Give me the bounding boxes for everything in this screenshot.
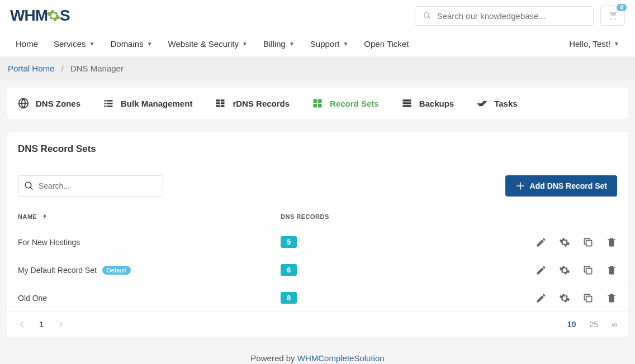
tab-tasks[interactable]: Tasks [476,98,517,109]
tab-label: rDNS Records [233,99,290,108]
svg-rect-16 [318,104,322,108]
nav-item-support[interactable]: Support▼ [310,39,348,49]
svg-rect-20 [586,240,592,246]
backup-icon [401,98,413,109]
svg-rect-19 [402,105,411,107]
nav-item-services[interactable]: Services▼ [54,39,94,49]
logo-text-2: S [60,7,70,25]
cart-button[interactable]: 0 [600,6,625,26]
nav-item-open-ticket[interactable]: Open Ticket [364,39,409,49]
page-next[interactable] [57,320,65,328]
tab-label: Record Sets [330,99,379,108]
svg-rect-18 [402,102,411,104]
gear-button[interactable] [559,237,570,248]
edit-button[interactable] [536,293,547,304]
table-search[interactable] [18,175,163,197]
svg-rect-15 [314,104,318,108]
trash-button[interactable] [606,237,617,248]
svg-rect-21 [586,268,592,274]
tab-bulk-management[interactable]: Bulk Management [103,98,192,109]
chevron-down-icon: ▼ [242,41,248,47]
svg-rect-8 [221,99,225,101]
edit-button[interactable] [536,265,547,276]
svg-rect-4 [107,103,113,104]
chevron-down-icon: ▼ [147,41,153,47]
gear-button[interactable] [559,293,570,304]
page-prev[interactable] [18,320,26,328]
nav-item-website-security[interactable]: Website & Security▼ [168,39,248,49]
toolbar: Add DNS Record Set [7,166,628,205]
copy-button[interactable] [582,293,594,304]
logo-text-1: WHM [10,7,48,25]
svg-rect-13 [314,99,318,103]
svg-rect-2 [107,100,113,102]
top-header: WHM S 0 [0,0,635,31]
col-records-header[interactable]: DNS RECORDS [281,213,392,220]
svg-rect-1 [105,100,106,102]
chevron-down-icon: ▼ [343,41,348,47]
copy-button[interactable] [582,237,594,248]
table-header: NAME DNS RECORDS [7,205,628,228]
svg-rect-11 [216,105,220,107]
cart-icon [608,11,618,21]
page-size-∞[interactable]: ∞ [612,320,617,329]
trash-button[interactable] [606,293,617,304]
svg-rect-7 [216,99,220,101]
nav-label: Support [310,39,340,49]
nav-item-billing[interactable]: Billing▼ [263,39,295,49]
tabs-bar: DNS ZonesBulk ManagementrDNS RecordsReco… [7,88,628,119]
row-name-text: Old One [18,294,47,303]
nav-label: Billing [263,39,286,49]
breadcrumb: Portal Home / DNS Manager [0,57,635,80]
tab-record-sets[interactable]: Record Sets [312,98,379,109]
nav-item-home[interactable]: Home [16,39,38,49]
page-current[interactable]: 1 [39,320,44,329]
footer-link[interactable]: WHMCompleteSolution [297,353,385,363]
nav-label: Services [54,39,86,49]
record-count-badge: 8 [281,292,297,304]
page-size-25[interactable]: 25 [589,320,598,329]
svg-rect-14 [318,99,322,103]
tab-label: Bulk Management [121,99,192,108]
svg-rect-17 [402,99,411,101]
kb-search-input[interactable] [437,11,585,21]
chevron-right-icon [57,320,65,328]
panel-title: DNS Record Sets [7,132,628,166]
records-icon [215,98,226,109]
tab-dns-zones[interactable]: DNS Zones [18,98,80,109]
table-row: My Default Record SetDefault6 [7,256,628,284]
logo[interactable]: WHM S [10,7,70,25]
breadcrumb-current: DNS Manager [70,64,124,73]
nav-item-domains[interactable]: Domains▼ [110,39,152,49]
search-icon [24,180,34,191]
gear-button[interactable] [559,265,570,276]
breadcrumb-home[interactable]: Portal Home [8,64,54,73]
edit-button[interactable] [536,237,547,248]
chevron-down-icon: ▼ [614,41,619,47]
plus-icon [515,181,525,191]
svg-rect-22 [586,296,592,301]
trash-button[interactable] [606,265,617,276]
sort-asc-icon [41,213,48,220]
tab-backups[interactable]: Backups [401,98,454,109]
row-name-text: For New Hostings [18,238,80,247]
gear-icon [46,8,61,23]
col-name-header[interactable]: NAME [18,213,281,220]
search-icon [423,11,432,20]
table-search-input[interactable] [39,181,157,190]
svg-rect-10 [221,102,225,104]
add-record-set-button[interactable]: Add DNS Record Set [505,175,617,197]
page-size-10[interactable]: 10 [567,320,576,329]
breadcrumb-separator: / [61,64,64,73]
user-menu[interactable]: Hello, Test! ▼ [569,39,619,49]
svg-rect-6 [107,106,113,107]
svg-rect-12 [221,105,225,107]
tab-label: Tasks [494,99,517,108]
tab-rdns-records[interactable]: rDNS Records [215,98,290,109]
record-count-badge: 6 [281,264,297,276]
copy-button[interactable] [582,265,594,276]
row-name-text: My Default Record Set [18,266,97,275]
kb-search[interactable] [415,6,594,26]
svg-rect-3 [105,103,106,104]
pagination: 1 1025∞ [7,312,628,337]
